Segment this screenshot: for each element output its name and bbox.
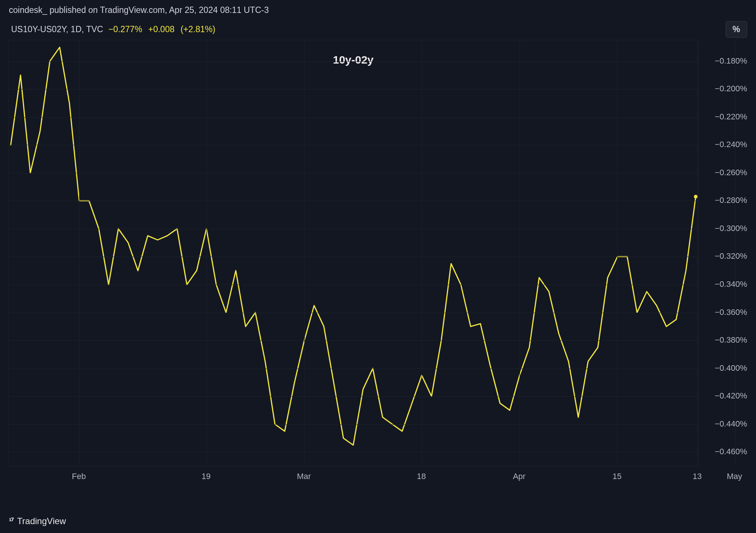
y-tick-label: −0.260% <box>715 168 747 177</box>
x-tick-label: Apr <box>513 472 526 481</box>
tradingview-logo-icon: ¹⁷ <box>9 516 13 526</box>
legend-change-abs: +0.008 <box>148 24 175 34</box>
y-tick-label: −0.440% <box>715 419 747 429</box>
chart-legend: US10Y-US02Y, 1D, TVC −0.277% +0.008 (+2.… <box>0 19 756 38</box>
tradingview-attribution: ¹⁷ TradingView <box>9 516 66 526</box>
legend-symbol: US10Y-US02Y, 1D, TVC <box>11 24 103 34</box>
y-tick-label: −0.200% <box>715 84 747 94</box>
price-line <box>11 47 696 445</box>
publish-line: coindesk_ published on TradingView.com, … <box>0 0 756 19</box>
x-tick-label: Mar <box>297 472 311 481</box>
x-tick-label: 13 <box>693 472 702 481</box>
last-point-icon <box>694 195 698 198</box>
chart-container: 10y-02y −0.180%−0.200%−0.220%−0.240%−0.2… <box>8 40 747 485</box>
legend-change-pct: (+2.81%) <box>180 24 215 34</box>
y-tick-label: −0.280% <box>715 196 747 205</box>
x-tick-label: 19 <box>202 472 210 481</box>
y-tick-label: −0.460% <box>715 447 747 456</box>
x-tick-label: May <box>727 472 742 481</box>
x-tick-label: Feb <box>72 472 86 481</box>
y-tick-label: −0.180% <box>715 56 747 66</box>
x-tick-label: 15 <box>612 472 621 481</box>
x-tick-label: 18 <box>417 472 426 481</box>
y-tick-label: −0.220% <box>715 112 747 122</box>
legend-last: −0.277% <box>108 24 142 34</box>
legend-values: −0.277% +0.008 (+2.81%) <box>108 24 219 34</box>
y-tick-label: −0.420% <box>715 391 747 401</box>
y-tick-label: −0.380% <box>715 335 747 345</box>
y-tick-label: −0.320% <box>715 251 747 261</box>
y-tick-label: −0.300% <box>715 224 747 233</box>
x-axis-labels: Feb19Mar18Apr15May13 <box>8 469 698 485</box>
percent-toggle-button[interactable]: % <box>726 21 747 38</box>
y-tick-label: −0.240% <box>715 140 747 149</box>
y-tick-label: −0.360% <box>715 308 747 317</box>
y-tick-label: −0.400% <box>715 363 747 373</box>
plot-area[interactable]: 10y-02y <box>8 40 698 466</box>
y-tick-label: −0.340% <box>715 279 747 289</box>
tradingview-brand: TradingView <box>17 516 66 526</box>
y-axis-labels: −0.180%−0.200%−0.220%−0.240%−0.260%−0.28… <box>701 40 747 466</box>
